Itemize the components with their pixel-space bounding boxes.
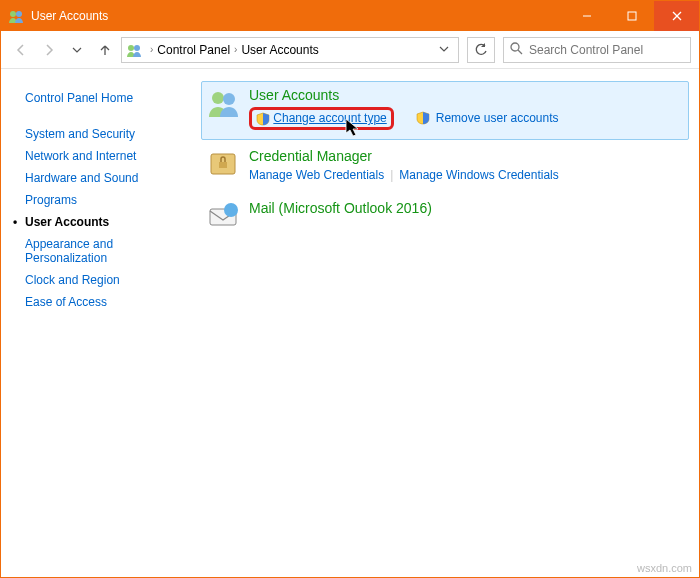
sidebar-item-appearance[interactable]: Appearance and Personalization	[25, 233, 189, 269]
chevron-right-icon: ›	[234, 44, 237, 55]
breadcrumb-segment[interactable]: User Accounts	[241, 43, 318, 57]
main-panel: User Accounts Change account type Remove…	[201, 69, 699, 577]
breadcrumb-segment[interactable]: Control Panel	[157, 43, 230, 57]
separator: |	[390, 168, 393, 182]
maximize-button[interactable]	[609, 1, 654, 31]
sidebar-item-hardware-sound[interactable]: Hardware and Sound	[25, 167, 189, 189]
watermark-text: wsxdn.com	[637, 562, 692, 574]
user-accounts-icon	[126, 42, 142, 58]
svg-point-1	[16, 11, 22, 17]
sidebar-item-system-security[interactable]: System and Security	[25, 123, 189, 145]
svg-point-6	[128, 45, 134, 51]
chevron-right-icon: ›	[150, 44, 153, 55]
category-title[interactable]: User Accounts	[249, 87, 683, 103]
sidebar-item-user-accounts[interactable]: User Accounts	[25, 211, 189, 233]
sidebar-home-link[interactable]: Control Panel Home	[25, 87, 189, 109]
svg-line-9	[518, 50, 522, 54]
nav-recent-button[interactable]	[65, 38, 89, 62]
change-account-type-link[interactable]: Change account type	[273, 111, 386, 125]
sidebar-item-programs[interactable]: Programs	[25, 189, 189, 211]
user-accounts-large-icon	[207, 87, 239, 119]
svg-point-15	[224, 203, 238, 217]
search-icon	[510, 42, 523, 58]
sidebar: Control Panel Home System and Security N…	[1, 69, 201, 577]
svg-point-8	[511, 43, 519, 51]
titlebar: User Accounts	[1, 1, 699, 31]
category-credential-manager: Credential Manager Manage Web Credential…	[201, 142, 689, 192]
search-input[interactable]: Search Control Panel	[503, 37, 691, 63]
nav-forward-button[interactable]	[37, 38, 61, 62]
mouse-cursor-overlay	[345, 118, 361, 138]
svg-point-0	[10, 11, 16, 17]
sidebar-item-clock-region[interactable]: Clock and Region	[25, 269, 189, 291]
window-frame: User Accounts › Control Panel › User Acc…	[0, 0, 700, 578]
svg-point-7	[134, 45, 140, 51]
highlight-annotation: Change account type	[249, 107, 394, 130]
search-placeholder: Search Control Panel	[529, 43, 643, 57]
content-area: Control Panel Home System and Security N…	[1, 69, 699, 577]
credential-manager-icon	[207, 148, 239, 180]
window-title: User Accounts	[31, 9, 564, 23]
svg-point-11	[223, 93, 235, 105]
breadcrumb-dropdown[interactable]	[434, 43, 454, 57]
remove-user-accounts-link[interactable]: Remove user accounts	[436, 111, 559, 125]
category-title[interactable]: Credential Manager	[249, 148, 683, 164]
svg-rect-13	[219, 162, 227, 168]
manage-windows-credentials-link[interactable]: Manage Windows Credentials	[399, 168, 558, 182]
sidebar-item-network-internet[interactable]: Network and Internet	[25, 145, 189, 167]
close-button[interactable]	[654, 1, 699, 31]
sidebar-item-ease-of-access[interactable]: Ease of Access	[25, 291, 189, 313]
user-accounts-icon	[8, 8, 24, 24]
manage-web-credentials-link[interactable]: Manage Web Credentials	[249, 168, 384, 182]
svg-rect-3	[628, 12, 636, 20]
nav-up-button[interactable]	[93, 38, 117, 62]
refresh-button[interactable]	[467, 37, 495, 63]
minimize-button[interactable]	[564, 1, 609, 31]
category-user-accounts: User Accounts Change account type Remove…	[201, 81, 689, 140]
uac-shield-icon	[256, 112, 270, 126]
address-bar: › Control Panel › User Accounts Search C…	[1, 31, 699, 69]
svg-point-10	[212, 92, 224, 104]
uac-shield-icon	[416, 111, 430, 125]
category-mail: Mail (Microsoft Outlook 2016)	[201, 194, 689, 242]
mail-icon	[207, 200, 239, 232]
nav-back-button[interactable]	[9, 38, 33, 62]
category-title[interactable]: Mail (Microsoft Outlook 2016)	[249, 200, 683, 216]
breadcrumb[interactable]: › Control Panel › User Accounts	[121, 37, 459, 63]
